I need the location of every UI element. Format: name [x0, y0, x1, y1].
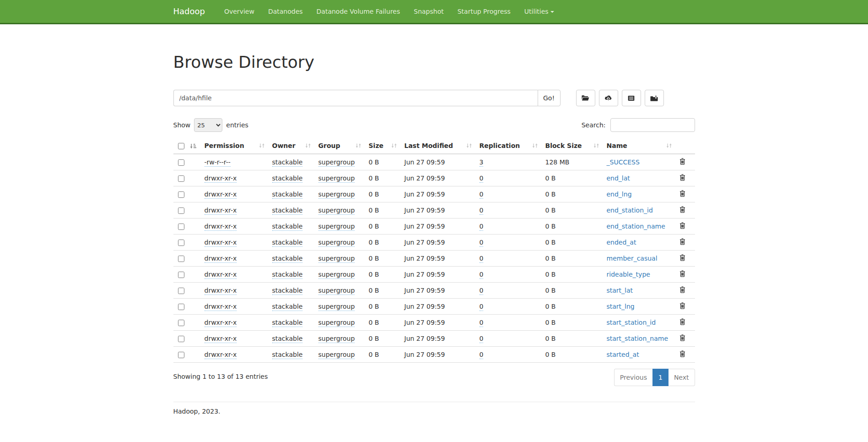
row-checkbox[interactable]: [178, 256, 184, 262]
row-checkbox[interactable]: [178, 159, 184, 166]
file-name-link[interactable]: start_station_name: [607, 335, 669, 342]
top-navbar: Hadoop Overview Datanodes Datanode Volum…: [0, 0, 868, 24]
column-last-modified[interactable]: Last Modified: [400, 138, 475, 154]
folder-move-button[interactable]: [645, 90, 664, 106]
nav-item-datanode-volume-failures[interactable]: Datanode Volume Failures: [310, 0, 407, 23]
delete-button[interactable]: [679, 158, 685, 166]
next-page-button[interactable]: Next: [669, 369, 695, 386]
file-name-link[interactable]: _SUCCESS: [607, 158, 640, 166]
delete-button[interactable]: [679, 302, 685, 311]
file-name-link[interactable]: end_station_name: [607, 223, 665, 230]
delete-button[interactable]: [679, 174, 685, 182]
row-checkbox[interactable]: [178, 304, 184, 310]
row-checkbox[interactable]: [178, 272, 184, 278]
file-name-link[interactable]: end_lng: [607, 191, 632, 198]
sort-icon: [593, 143, 599, 148]
nav-dropdown-utilities[interactable]: Utilities: [518, 0, 561, 23]
column-block-size[interactable]: Block Size: [541, 138, 602, 154]
page-size-select[interactable]: 25: [194, 118, 222, 132]
column-permission[interactable]: Permission: [200, 138, 268, 154]
column-name[interactable]: Name: [602, 138, 675, 154]
select-all-checkbox[interactable]: [178, 143, 184, 149]
file-name-link[interactable]: end_station_id: [607, 207, 653, 214]
last-modified-value: Jun 27 09:59: [404, 303, 445, 310]
nav-item-datanodes[interactable]: Datanodes: [261, 0, 310, 23]
nav-item-snapshot[interactable]: Snapshot: [407, 0, 450, 23]
row-checkbox[interactable]: [178, 191, 184, 198]
column-size[interactable]: Size: [364, 138, 400, 154]
column-select-all[interactable]: [173, 138, 200, 154]
table-search: Search:: [582, 118, 695, 132]
row-checkbox[interactable]: [178, 240, 184, 246]
permission-value: drwxr-xr-x: [205, 319, 237, 327]
permission-value: drwxr-xr-x: [205, 255, 237, 263]
last-modified-value: Jun 27 09:59: [404, 207, 445, 214]
file-name-link[interactable]: start_lat: [607, 287, 633, 294]
file-name-link[interactable]: member_casual: [607, 255, 658, 262]
file-name-link[interactable]: start_lng: [607, 303, 635, 310]
row-checkbox[interactable]: [178, 352, 184, 358]
create-directory-button[interactable]: [576, 90, 595, 106]
column-replication[interactable]: Replication: [475, 138, 541, 154]
file-name-link[interactable]: end_lat: [607, 175, 630, 182]
last-modified-value: Jun 27 09:59: [404, 351, 445, 358]
go-button[interactable]: Go!: [538, 90, 561, 106]
file-name-link[interactable]: ended_at: [607, 239, 636, 246]
page-1-button[interactable]: 1: [652, 369, 669, 386]
directory-listing-table: Permission Owner Group Size Last Modifie…: [173, 138, 695, 363]
delete-button[interactable]: [679, 206, 685, 214]
row-checkbox[interactable]: [178, 320, 184, 326]
owner-value: stackable: [272, 175, 303, 183]
column-group[interactable]: Group: [314, 138, 364, 154]
file-name-link[interactable]: start_station_id: [607, 319, 656, 326]
trash-icon: [679, 286, 685, 293]
delete-button[interactable]: [679, 254, 685, 262]
row-checkbox[interactable]: [178, 224, 184, 230]
size-value: 0 B: [369, 223, 379, 230]
upload-file-button[interactable]: [599, 90, 618, 106]
sort-icon: [666, 143, 672, 148]
file-name-link[interactable]: started_at: [607, 351, 639, 358]
search-input[interactable]: [610, 118, 695, 132]
block-size-value: 0 B: [545, 271, 556, 278]
nav-item-startup-progress[interactable]: Startup Progress: [451, 0, 518, 23]
file-name-link[interactable]: rideable_type: [607, 271, 650, 278]
table-row: drwxr-xr-x stackable supergroup 0 B Jun …: [173, 218, 695, 235]
delete-button[interactable]: [679, 334, 685, 343]
group-value: supergroup: [318, 191, 355, 199]
table-footer-row: Showing 1 to 13 of 13 entries Previous 1…: [173, 369, 695, 386]
row-checkbox[interactable]: [178, 288, 184, 294]
table-body: -rw-r--r-- stackable supergroup 0 B Jun …: [173, 154, 695, 363]
column-owner[interactable]: Owner: [268, 138, 314, 154]
delete-button[interactable]: [679, 190, 685, 198]
last-modified-value: Jun 27 09:59: [404, 335, 445, 342]
owner-value: stackable: [272, 207, 303, 215]
main-container: Browse Directory Go! Show 25: [167, 53, 702, 429]
nav-item-overview[interactable]: Overview: [217, 0, 261, 23]
delete-button[interactable]: [679, 318, 685, 327]
row-checkbox[interactable]: [178, 175, 184, 182]
delete-button[interactable]: [679, 270, 685, 278]
table-row: drwxr-xr-x stackable supergroup 0 B Jun …: [173, 186, 695, 202]
delete-button[interactable]: [679, 350, 685, 359]
group-value: supergroup: [318, 287, 355, 295]
brand-hadoop[interactable]: Hadoop: [173, 0, 212, 23]
delete-button[interactable]: [679, 222, 685, 230]
size-value: 0 B: [369, 319, 379, 326]
row-checkbox[interactable]: [178, 336, 184, 342]
page-footer-text: Hadoop, 2023.: [173, 408, 695, 429]
size-value: 0 B: [369, 287, 379, 294]
entries-info: Showing 1 to 13 of 13 entries: [173, 369, 268, 380]
directory-path-input[interactable]: [173, 90, 538, 106]
list-alt-button[interactable]: [622, 90, 641, 106]
pagination: Previous 1 Next: [614, 369, 695, 386]
size-value: 0 B: [369, 158, 379, 166]
delete-button[interactable]: [679, 238, 685, 246]
previous-page-button[interactable]: Previous: [614, 369, 652, 386]
size-value: 0 B: [369, 255, 379, 262]
delete-button[interactable]: [679, 286, 685, 295]
page-title: Browse Directory: [173, 53, 695, 71]
group-value: supergroup: [318, 158, 355, 167]
block-size-value: 0 B: [545, 191, 556, 198]
row-checkbox[interactable]: [178, 207, 184, 214]
